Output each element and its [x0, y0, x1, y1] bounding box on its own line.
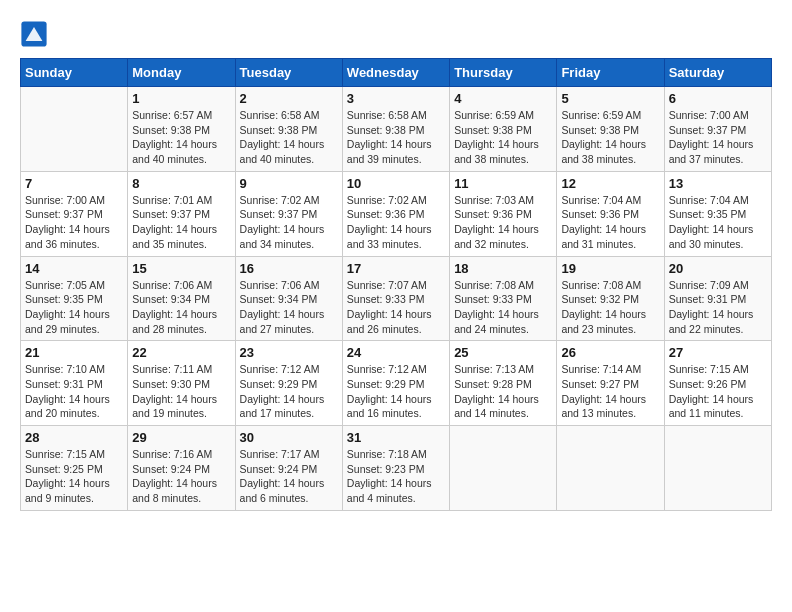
day-number: 31: [347, 430, 445, 445]
calendar-cell: 7Sunrise: 7:00 AM Sunset: 9:37 PM Daylig…: [21, 171, 128, 256]
calendar-cell: 8Sunrise: 7:01 AM Sunset: 9:37 PM Daylig…: [128, 171, 235, 256]
calendar-cell: 9Sunrise: 7:02 AM Sunset: 9:37 PM Daylig…: [235, 171, 342, 256]
logo: [20, 20, 52, 48]
day-number: 17: [347, 261, 445, 276]
day-info: Sunrise: 7:09 AM Sunset: 9:31 PM Dayligh…: [669, 278, 767, 337]
calendar-cell: 18Sunrise: 7:08 AM Sunset: 9:33 PM Dayli…: [450, 256, 557, 341]
calendar-cell: 10Sunrise: 7:02 AM Sunset: 9:36 PM Dayli…: [342, 171, 449, 256]
day-number: 7: [25, 176, 123, 191]
calendar-cell: [450, 426, 557, 511]
header-row: SundayMondayTuesdayWednesdayThursdayFrid…: [21, 59, 772, 87]
calendar-cell: 3Sunrise: 6:58 AM Sunset: 9:38 PM Daylig…: [342, 87, 449, 172]
header-cell-friday: Friday: [557, 59, 664, 87]
day-info: Sunrise: 7:04 AM Sunset: 9:36 PM Dayligh…: [561, 193, 659, 252]
day-number: 5: [561, 91, 659, 106]
day-number: 8: [132, 176, 230, 191]
header-cell-thursday: Thursday: [450, 59, 557, 87]
header-cell-monday: Monday: [128, 59, 235, 87]
day-info: Sunrise: 7:16 AM Sunset: 9:24 PM Dayligh…: [132, 447, 230, 506]
day-info: Sunrise: 6:59 AM Sunset: 9:38 PM Dayligh…: [454, 108, 552, 167]
calendar-cell: 20Sunrise: 7:09 AM Sunset: 9:31 PM Dayli…: [664, 256, 771, 341]
calendar-cell: 15Sunrise: 7:06 AM Sunset: 9:34 PM Dayli…: [128, 256, 235, 341]
day-info: Sunrise: 7:11 AM Sunset: 9:30 PM Dayligh…: [132, 362, 230, 421]
day-info: Sunrise: 7:00 AM Sunset: 9:37 PM Dayligh…: [25, 193, 123, 252]
day-info: Sunrise: 7:00 AM Sunset: 9:37 PM Dayligh…: [669, 108, 767, 167]
calendar-cell: [557, 426, 664, 511]
day-number: 24: [347, 345, 445, 360]
calendar-cell: 28Sunrise: 7:15 AM Sunset: 9:25 PM Dayli…: [21, 426, 128, 511]
calendar-cell: 14Sunrise: 7:05 AM Sunset: 9:35 PM Dayli…: [21, 256, 128, 341]
day-info: Sunrise: 7:04 AM Sunset: 9:35 PM Dayligh…: [669, 193, 767, 252]
calendar-cell: 12Sunrise: 7:04 AM Sunset: 9:36 PM Dayli…: [557, 171, 664, 256]
day-number: 6: [669, 91, 767, 106]
day-number: 22: [132, 345, 230, 360]
day-info: Sunrise: 7:01 AM Sunset: 9:37 PM Dayligh…: [132, 193, 230, 252]
day-info: Sunrise: 6:58 AM Sunset: 9:38 PM Dayligh…: [240, 108, 338, 167]
calendar-cell: 1Sunrise: 6:57 AM Sunset: 9:38 PM Daylig…: [128, 87, 235, 172]
header-cell-wednesday: Wednesday: [342, 59, 449, 87]
week-row-2: 7Sunrise: 7:00 AM Sunset: 9:37 PM Daylig…: [21, 171, 772, 256]
calendar-cell: 2Sunrise: 6:58 AM Sunset: 9:38 PM Daylig…: [235, 87, 342, 172]
calendar-cell: 19Sunrise: 7:08 AM Sunset: 9:32 PM Dayli…: [557, 256, 664, 341]
day-number: 30: [240, 430, 338, 445]
calendar-cell: [664, 426, 771, 511]
calendar-cell: 24Sunrise: 7:12 AM Sunset: 9:29 PM Dayli…: [342, 341, 449, 426]
calendar-cell: 21Sunrise: 7:10 AM Sunset: 9:31 PM Dayli…: [21, 341, 128, 426]
day-info: Sunrise: 7:13 AM Sunset: 9:28 PM Dayligh…: [454, 362, 552, 421]
calendar-cell: 4Sunrise: 6:59 AM Sunset: 9:38 PM Daylig…: [450, 87, 557, 172]
calendar-cell: 22Sunrise: 7:11 AM Sunset: 9:30 PM Dayli…: [128, 341, 235, 426]
day-number: 29: [132, 430, 230, 445]
calendar-cell: 31Sunrise: 7:18 AM Sunset: 9:23 PM Dayli…: [342, 426, 449, 511]
day-info: Sunrise: 7:12 AM Sunset: 9:29 PM Dayligh…: [240, 362, 338, 421]
calendar-cell: 11Sunrise: 7:03 AM Sunset: 9:36 PM Dayli…: [450, 171, 557, 256]
day-number: 16: [240, 261, 338, 276]
day-info: Sunrise: 7:02 AM Sunset: 9:36 PM Dayligh…: [347, 193, 445, 252]
day-info: Sunrise: 7:18 AM Sunset: 9:23 PM Dayligh…: [347, 447, 445, 506]
day-number: 20: [669, 261, 767, 276]
day-number: 23: [240, 345, 338, 360]
day-info: Sunrise: 7:12 AM Sunset: 9:29 PM Dayligh…: [347, 362, 445, 421]
day-number: 9: [240, 176, 338, 191]
day-number: 14: [25, 261, 123, 276]
day-info: Sunrise: 7:06 AM Sunset: 9:34 PM Dayligh…: [132, 278, 230, 337]
week-row-5: 28Sunrise: 7:15 AM Sunset: 9:25 PM Dayli…: [21, 426, 772, 511]
day-number: 21: [25, 345, 123, 360]
day-info: Sunrise: 7:08 AM Sunset: 9:33 PM Dayligh…: [454, 278, 552, 337]
calendar-cell: 27Sunrise: 7:15 AM Sunset: 9:26 PM Dayli…: [664, 341, 771, 426]
day-info: Sunrise: 7:17 AM Sunset: 9:24 PM Dayligh…: [240, 447, 338, 506]
week-row-1: 1Sunrise: 6:57 AM Sunset: 9:38 PM Daylig…: [21, 87, 772, 172]
calendar-cell: 26Sunrise: 7:14 AM Sunset: 9:27 PM Dayli…: [557, 341, 664, 426]
calendar-cell: 23Sunrise: 7:12 AM Sunset: 9:29 PM Dayli…: [235, 341, 342, 426]
day-number: 26: [561, 345, 659, 360]
calendar-cell: 29Sunrise: 7:16 AM Sunset: 9:24 PM Dayli…: [128, 426, 235, 511]
calendar-cell: 6Sunrise: 7:00 AM Sunset: 9:37 PM Daylig…: [664, 87, 771, 172]
day-number: 4: [454, 91, 552, 106]
header-cell-tuesday: Tuesday: [235, 59, 342, 87]
calendar-table: SundayMondayTuesdayWednesdayThursdayFrid…: [20, 58, 772, 511]
day-info: Sunrise: 6:57 AM Sunset: 9:38 PM Dayligh…: [132, 108, 230, 167]
day-info: Sunrise: 7:05 AM Sunset: 9:35 PM Dayligh…: [25, 278, 123, 337]
calendar-cell: [21, 87, 128, 172]
day-number: 28: [25, 430, 123, 445]
day-number: 27: [669, 345, 767, 360]
day-info: Sunrise: 7:14 AM Sunset: 9:27 PM Dayligh…: [561, 362, 659, 421]
day-number: 3: [347, 91, 445, 106]
day-number: 12: [561, 176, 659, 191]
day-number: 10: [347, 176, 445, 191]
header-cell-saturday: Saturday: [664, 59, 771, 87]
logo-icon: [20, 20, 48, 48]
day-info: Sunrise: 7:02 AM Sunset: 9:37 PM Dayligh…: [240, 193, 338, 252]
day-number: 19: [561, 261, 659, 276]
calendar-cell: 13Sunrise: 7:04 AM Sunset: 9:35 PM Dayli…: [664, 171, 771, 256]
day-number: 1: [132, 91, 230, 106]
day-info: Sunrise: 7:15 AM Sunset: 9:25 PM Dayligh…: [25, 447, 123, 506]
day-info: Sunrise: 7:15 AM Sunset: 9:26 PM Dayligh…: [669, 362, 767, 421]
day-number: 18: [454, 261, 552, 276]
day-info: Sunrise: 6:59 AM Sunset: 9:38 PM Dayligh…: [561, 108, 659, 167]
calendar-cell: 5Sunrise: 6:59 AM Sunset: 9:38 PM Daylig…: [557, 87, 664, 172]
day-info: Sunrise: 7:03 AM Sunset: 9:36 PM Dayligh…: [454, 193, 552, 252]
calendar-cell: 25Sunrise: 7:13 AM Sunset: 9:28 PM Dayli…: [450, 341, 557, 426]
day-info: Sunrise: 7:06 AM Sunset: 9:34 PM Dayligh…: [240, 278, 338, 337]
calendar-cell: 17Sunrise: 7:07 AM Sunset: 9:33 PM Dayli…: [342, 256, 449, 341]
day-info: Sunrise: 7:07 AM Sunset: 9:33 PM Dayligh…: [347, 278, 445, 337]
